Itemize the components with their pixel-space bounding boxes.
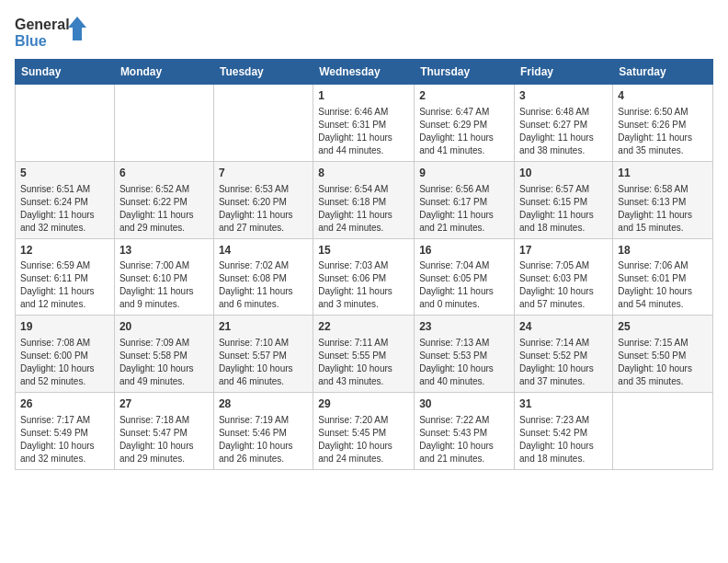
day-cell: 25Sunrise: 7:15 AM Sunset: 5:50 PM Dayli…: [613, 316, 713, 393]
weekday-header-saturday: Saturday: [613, 60, 713, 85]
day-cell: 17Sunrise: 7:05 AM Sunset: 6:03 PM Dayli…: [515, 238, 613, 316]
day-number: 26: [20, 396, 109, 412]
day-cell: 16Sunrise: 7:04 AM Sunset: 6:05 PM Dayli…: [415, 238, 515, 316]
day-cell: 19Sunrise: 7:08 AM Sunset: 6:00 PM Dayli…: [16, 316, 115, 393]
day-number: 18: [618, 243, 708, 259]
day-cell: [613, 393, 713, 470]
day-info: Sunrise: 7:17 AM Sunset: 5:49 PM Dayligh…: [20, 414, 109, 465]
day-cell: 24Sunrise: 7:14 AM Sunset: 5:52 PM Dayli…: [515, 316, 613, 393]
day-cell: 20Sunrise: 7:09 AM Sunset: 5:58 PM Dayli…: [114, 316, 213, 393]
day-info: Sunrise: 7:10 AM Sunset: 5:57 PM Dayligh…: [219, 337, 308, 388]
day-number: 6: [119, 166, 209, 181]
day-cell: 3Sunrise: 6:48 AM Sunset: 6:27 PM Daylig…: [515, 85, 613, 162]
day-info: Sunrise: 7:19 AM Sunset: 5:46 PM Dayligh…: [219, 414, 308, 465]
day-cell: 28Sunrise: 7:19 AM Sunset: 5:46 PM Dayli…: [213, 393, 313, 470]
week-row-4: 19Sunrise: 7:08 AM Sunset: 6:00 PM Dayli…: [16, 316, 713, 393]
day-number: 14: [219, 243, 308, 259]
day-number: 8: [318, 166, 409, 181]
day-info: Sunrise: 6:54 AM Sunset: 6:18 PM Dayligh…: [318, 183, 409, 235]
day-number: 9: [419, 166, 509, 181]
day-number: 31: [519, 396, 608, 412]
day-info: Sunrise: 7:22 AM Sunset: 5:43 PM Dayligh…: [419, 414, 509, 465]
day-number: 10: [519, 166, 608, 181]
day-info: Sunrise: 6:52 AM Sunset: 6:22 PM Dayligh…: [119, 183, 209, 235]
day-cell: 31Sunrise: 7:23 AM Sunset: 5:42 PM Dayli…: [515, 393, 613, 470]
week-row-3: 12Sunrise: 6:59 AM Sunset: 6:11 PM Dayli…: [16, 238, 713, 316]
day-number: 15: [318, 243, 409, 259]
day-info: Sunrise: 6:47 AM Sunset: 6:29 PM Dayligh…: [419, 106, 509, 157]
day-info: Sunrise: 7:09 AM Sunset: 5:58 PM Dayligh…: [119, 337, 209, 388]
day-number: 30: [419, 396, 509, 412]
day-cell: 21Sunrise: 7:10 AM Sunset: 5:57 PM Dayli…: [213, 316, 313, 393]
day-number: 29: [318, 396, 409, 412]
day-number: 13: [119, 243, 209, 259]
logo-svg: GeneralBlue: [15, 15, 97, 52]
day-info: Sunrise: 6:53 AM Sunset: 6:20 PM Dayligh…: [219, 183, 308, 235]
day-info: Sunrise: 6:56 AM Sunset: 6:17 PM Dayligh…: [419, 183, 509, 235]
day-number: 2: [419, 88, 509, 104]
day-cell: 15Sunrise: 7:03 AM Sunset: 6:06 PM Dayli…: [313, 238, 415, 316]
day-cell: 27Sunrise: 7:18 AM Sunset: 5:47 PM Dayli…: [114, 393, 213, 470]
day-cell: 23Sunrise: 7:13 AM Sunset: 5:53 PM Dayli…: [415, 316, 515, 393]
day-info: Sunrise: 6:57 AM Sunset: 6:15 PM Dayligh…: [519, 183, 608, 235]
day-number: 7: [219, 166, 308, 181]
day-info: Sunrise: 6:50 AM Sunset: 6:26 PM Dayligh…: [618, 106, 708, 157]
day-cell: 14Sunrise: 7:02 AM Sunset: 6:08 PM Dayli…: [213, 238, 313, 316]
day-number: 28: [219, 396, 308, 412]
day-number: 3: [519, 88, 608, 104]
day-number: 22: [318, 319, 409, 335]
day-cell: 26Sunrise: 7:17 AM Sunset: 5:49 PM Dayli…: [16, 393, 115, 470]
svg-text:Blue: Blue: [15, 33, 47, 49]
day-cell: 8Sunrise: 6:54 AM Sunset: 6:18 PM Daylig…: [313, 161, 415, 238]
day-info: Sunrise: 7:18 AM Sunset: 5:47 PM Dayligh…: [119, 414, 209, 465]
day-number: 5: [20, 166, 109, 181]
day-number: 1: [318, 88, 409, 104]
day-info: Sunrise: 6:48 AM Sunset: 6:27 PM Dayligh…: [519, 106, 608, 157]
day-info: Sunrise: 7:05 AM Sunset: 6:03 PM Dayligh…: [519, 259, 608, 311]
day-cell: 7Sunrise: 6:53 AM Sunset: 6:20 PM Daylig…: [213, 161, 313, 238]
day-info: Sunrise: 7:13 AM Sunset: 5:53 PM Dayligh…: [419, 337, 509, 388]
day-number: 16: [419, 243, 509, 259]
logo: GeneralBlue: [15, 15, 97, 52]
svg-text:General: General: [15, 17, 70, 32]
day-number: 20: [119, 319, 209, 335]
day-number: 27: [119, 396, 209, 412]
day-info: Sunrise: 6:51 AM Sunset: 6:24 PM Dayligh…: [20, 183, 109, 235]
day-info: Sunrise: 7:23 AM Sunset: 5:42 PM Dayligh…: [519, 414, 608, 465]
day-number: 17: [519, 243, 608, 259]
day-info: Sunrise: 7:03 AM Sunset: 6:06 PM Dayligh…: [318, 259, 409, 311]
day-info: Sunrise: 7:20 AM Sunset: 5:45 PM Dayligh…: [318, 414, 409, 465]
day-cell: 12Sunrise: 6:59 AM Sunset: 6:11 PM Dayli…: [16, 238, 115, 316]
weekday-header-row: SundayMondayTuesdayWednesdayThursdayFrid…: [16, 60, 713, 85]
day-info: Sunrise: 6:59 AM Sunset: 6:11 PM Dayligh…: [20, 259, 109, 311]
weekday-header-friday: Friday: [515, 60, 613, 85]
week-row-2: 5Sunrise: 6:51 AM Sunset: 6:24 PM Daylig…: [16, 161, 713, 238]
day-cell: 13Sunrise: 7:00 AM Sunset: 6:10 PM Dayli…: [114, 238, 213, 316]
weekday-header-thursday: Thursday: [415, 60, 515, 85]
day-number: 19: [20, 319, 109, 335]
day-cell: 22Sunrise: 7:11 AM Sunset: 5:55 PM Dayli…: [313, 316, 415, 393]
weekday-header-sunday: Sunday: [16, 60, 115, 85]
day-info: Sunrise: 7:08 AM Sunset: 6:00 PM Dayligh…: [20, 337, 109, 388]
day-cell: 9Sunrise: 6:56 AM Sunset: 6:17 PM Daylig…: [415, 161, 515, 238]
day-cell: 5Sunrise: 6:51 AM Sunset: 6:24 PM Daylig…: [16, 161, 115, 238]
day-cell: 4Sunrise: 6:50 AM Sunset: 6:26 PM Daylig…: [613, 85, 713, 162]
page-header: GeneralBlue: [15, 15, 713, 52]
weekday-header-wednesday: Wednesday: [313, 60, 415, 85]
day-info: Sunrise: 7:06 AM Sunset: 6:01 PM Dayligh…: [618, 259, 708, 311]
day-cell: 30Sunrise: 7:22 AM Sunset: 5:43 PM Dayli…: [415, 393, 515, 470]
day-number: 11: [618, 166, 708, 181]
week-row-1: 1Sunrise: 6:46 AM Sunset: 6:31 PM Daylig…: [16, 85, 713, 162]
day-cell: [114, 85, 213, 162]
day-info: Sunrise: 6:46 AM Sunset: 6:31 PM Dayligh…: [318, 106, 409, 157]
day-info: Sunrise: 7:15 AM Sunset: 5:50 PM Dayligh…: [618, 337, 708, 388]
day-info: Sunrise: 7:11 AM Sunset: 5:55 PM Dayligh…: [318, 337, 409, 388]
day-info: Sunrise: 7:04 AM Sunset: 6:05 PM Dayligh…: [419, 259, 509, 311]
day-cell: 29Sunrise: 7:20 AM Sunset: 5:45 PM Dayli…: [313, 393, 415, 470]
day-cell: [16, 85, 115, 162]
calendar-table: SundayMondayTuesdayWednesdayThursdayFrid…: [15, 59, 713, 470]
day-number: 21: [219, 319, 308, 335]
day-cell: 10Sunrise: 6:57 AM Sunset: 6:15 PM Dayli…: [515, 161, 613, 238]
weekday-header-monday: Monday: [114, 60, 213, 85]
day-number: 23: [419, 319, 509, 335]
